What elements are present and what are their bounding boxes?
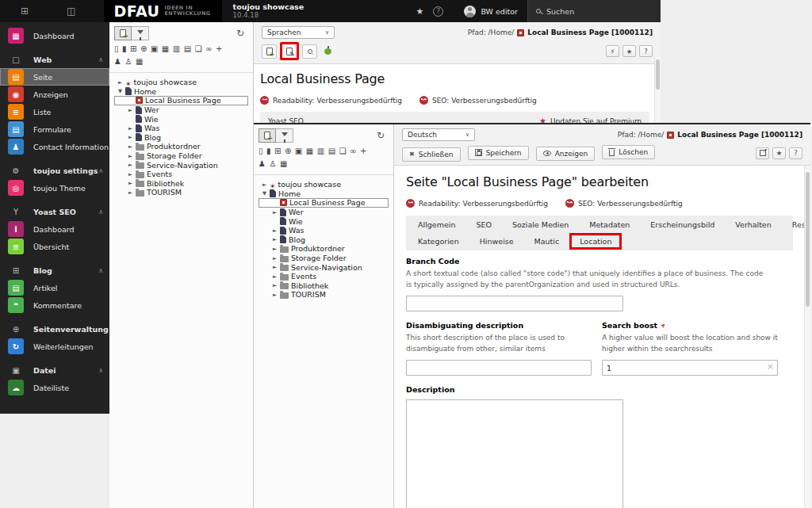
tab-hinweise[interactable]: Hinweise <box>469 233 524 250</box>
folder-icon[interactable]: ▤ <box>184 45 191 53</box>
sidebar-item-weiterleitungen[interactable]: ↻Weiterleitungen <box>0 338 109 355</box>
expander-icon[interactable]: ► <box>272 246 278 252</box>
topbar-search[interactable] <box>527 0 661 22</box>
scrollbar-thumb[interactable] <box>656 59 660 90</box>
expander-icon[interactable]: ► <box>272 292 278 298</box>
edit-page-button[interactable] <box>280 42 299 60</box>
refresh-button[interactable]: ↻ <box>232 26 248 40</box>
sidebar-section-datei[interactable]: ▣Datei∧ <box>0 361 109 379</box>
globe-icon[interactable]: ⊕ <box>285 147 291 155</box>
page-alt-icon[interactable]: ▮ <box>122 45 127 53</box>
save-button[interactable]: Speichern <box>468 146 529 160</box>
tab-erscheinungsbild[interactable]: Erscheinungsbild <box>640 216 725 233</box>
tree-item-was[interactable]: ►Was <box>114 124 248 133</box>
bookmark-button[interactable]: ★ <box>622 45 636 57</box>
tree-item-storage-folder[interactable]: ►Storage Folder <box>259 254 389 263</box>
user-icon[interactable]: ♙ <box>124 58 132 66</box>
modules-grid-icon[interactable]: ⊞ <box>17 6 32 16</box>
plugin-icon[interactable]: ▣ <box>151 45 158 53</box>
tab-kategorien[interactable]: Kategorien <box>408 233 469 250</box>
search-input[interactable] <box>546 7 634 16</box>
tree-item-events[interactable]: ►Events <box>259 272 389 281</box>
sidebar-item-kommentare[interactable]: ❝Kommentare <box>0 296 109 314</box>
tree-item-toujou-showcase[interactable]: ►toujou showcase <box>259 180 389 189</box>
tree-item-produktordner[interactable]: ►Produktordner <box>259 244 389 254</box>
user-icon[interactable]: ♙ <box>269 160 276 168</box>
search-button[interactable] <box>302 44 317 59</box>
expander-icon[interactable]: ► <box>272 273 278 280</box>
tree-item-home[interactable]: ▼Home <box>259 189 389 199</box>
preview-button[interactable] <box>320 44 335 59</box>
sidebar-item-artikel[interactable]: ▤Artikel <box>0 279 109 296</box>
tree-item-service-navigation[interactable]: ►Service-Navigation <box>114 160 248 170</box>
delete-button[interactable]: Löschen <box>602 145 655 159</box>
premium-link[interactable]: Updaten Sie auf Premium <box>550 117 642 124</box>
scrollbar[interactable] <box>654 57 661 123</box>
users-icon[interactable]: ♟ <box>259 160 266 168</box>
media-icon[interactable]: ▥ <box>173 45 180 53</box>
close-button[interactable]: ✖Schließen <box>402 147 461 162</box>
page-icon[interactable]: ▯ <box>114 45 119 53</box>
tree-item-wer[interactable]: ►Wer <box>114 105 248 115</box>
view-button[interactable]: Anzeigen <box>536 147 596 161</box>
new-page-button[interactable] <box>259 128 276 143</box>
expander-icon[interactable]: ► <box>272 236 278 243</box>
tab-location[interactable]: Location <box>569 233 622 250</box>
tab-allgemein[interactable]: Allgemein <box>408 216 465 233</box>
image-grid-icon[interactable]: ▦ <box>280 160 287 168</box>
sidebar-section-seitenverwaltung[interactable]: ⊕Seitenverwaltung∧ <box>0 320 109 338</box>
users-icon[interactable]: ♟ <box>114 58 121 66</box>
tree-item-tourism[interactable]: ►TOURISM <box>259 290 389 300</box>
expander-icon[interactable]: ▼ <box>262 190 267 197</box>
divider-icon[interactable]: + <box>360 147 366 155</box>
expander-icon[interactable]: ► <box>128 180 133 186</box>
language-select[interactable]: Sprachen∨ <box>262 26 335 39</box>
image-grid-icon[interactable]: ▦ <box>136 58 143 66</box>
content-grid-icon[interactable]: ⊞ <box>274 147 281 155</box>
sidebar-item-seite[interactable]: ▤Seite <box>0 68 109 86</box>
new-page-button[interactable] <box>114 26 132 40</box>
expander-icon[interactable]: ► <box>272 264 278 270</box>
sidebar-item-liste[interactable]: ≡Liste <box>0 103 109 120</box>
tree-item-home[interactable]: ▼Home <box>114 87 248 97</box>
tree-item-bibliothek[interactable]: ►Bibliothek <box>259 281 389 291</box>
page-alt-icon[interactable]: ▮ <box>266 147 271 155</box>
tab-metadaten[interactable]: Metadaten <box>579 216 640 233</box>
tree-item-was[interactable]: ►Was <box>259 226 389 235</box>
sidebar-item-yoast-dashboard[interactable]: iDashboard <box>0 220 109 238</box>
expander-icon[interactable]: ► <box>128 143 133 150</box>
tree-item-bibliothek[interactable]: ►Bibliothek <box>114 179 248 189</box>
tree-item-service-navigation[interactable]: ►Service-Navigation <box>259 262 389 272</box>
sidebar-section-yoast-seo[interactable]: YYoast SEO∧ <box>0 203 109 220</box>
tree-item-blog[interactable]: ►Blog <box>114 133 248 143</box>
expander-icon[interactable]: ► <box>128 189 133 196</box>
expander-icon[interactable]: ► <box>272 255 278 262</box>
help-button[interactable]: ? <box>789 147 802 159</box>
expander-icon[interactable]: ► <box>272 227 278 234</box>
sidebar-item-contact-information[interactable]: ♟Contact Information <box>0 138 109 155</box>
bookmark-button[interactable]: ★ <box>772 147 786 159</box>
page-copy-icon[interactable]: ❏ <box>195 45 202 53</box>
content-grid-icon[interactable]: ⊞ <box>130 45 136 53</box>
sidebar-section-toujou-settings[interactable]: ⚙toujou settings∧ <box>0 162 109 179</box>
create-page-button[interactable] <box>262 44 277 59</box>
link-icon[interactable]: ∞ <box>350 147 356 155</box>
plugin-icon[interactable]: ▣ <box>295 147 302 155</box>
expander-icon[interactable]: ► <box>128 171 133 178</box>
expander-icon[interactable]: ► <box>128 134 133 140</box>
expander-icon[interactable]: ► <box>272 209 278 216</box>
filter-button[interactable] <box>276 128 293 143</box>
sidebar-item-toujou-theme[interactable]: ◎toujou Theme <box>0 179 109 197</box>
tree-item-tourism[interactable]: ►TOURISM <box>114 188 248 197</box>
tree-item-wie[interactable]: Wie <box>114 114 248 124</box>
tree-item-blog[interactable]: ►Blog <box>259 235 389 245</box>
tab-mautic[interactable]: Mautic <box>524 233 570 250</box>
tree-item-events[interactable]: ►Events <box>114 170 248 179</box>
open-in-new-window-button[interactable] <box>756 147 769 159</box>
sidebar-item-anzeigen[interactable]: ◉Anzeigen <box>0 86 109 103</box>
expander-icon[interactable]: ► <box>128 162 133 168</box>
expander-icon[interactable]: ▼ <box>117 88 123 94</box>
scrollbar[interactable] <box>804 166 810 508</box>
divider-icon[interactable]: + <box>216 45 222 53</box>
tab-seo[interactable]: SEO <box>465 216 502 233</box>
